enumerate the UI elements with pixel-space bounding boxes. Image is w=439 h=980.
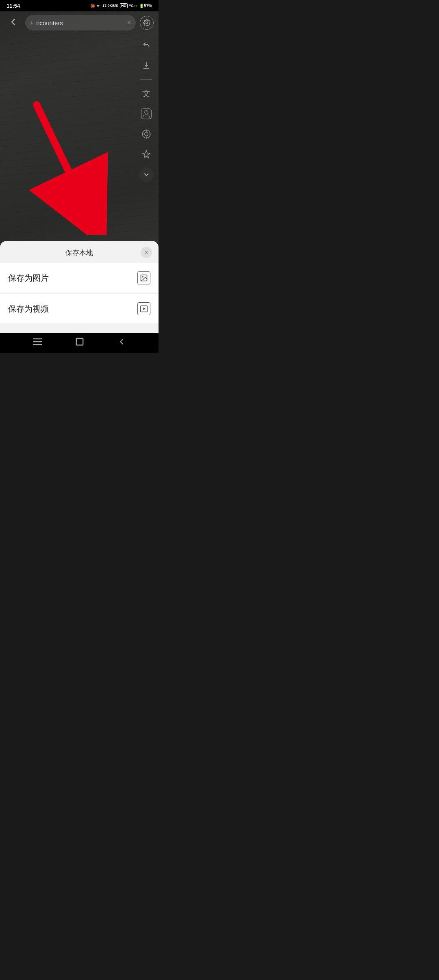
back-button[interactable] (5, 14, 21, 32)
svg-point-0 (146, 22, 148, 24)
close-icon: × (145, 249, 148, 256)
svg-point-4 (145, 132, 148, 136)
svg-point-8 (142, 276, 143, 278)
save-image-label: 保存为图片 (8, 273, 49, 284)
save-options-list: 保存为图片 保存为视频 (0, 263, 159, 327)
nav-home-button[interactable] (75, 337, 84, 349)
svg-rect-14 (76, 338, 83, 345)
mute-icon: 🔕 (90, 4, 95, 8)
signal-5g-icon: ⁵G↑↑ (129, 4, 137, 8)
top-toolbar: ♪ ncounters × (0, 11, 159, 34)
svg-point-2 (145, 111, 148, 114)
save-as-video-option[interactable]: 保存为视频 (0, 294, 159, 323)
settings-button[interactable] (140, 16, 154, 30)
translate-button[interactable]: 文 (139, 86, 154, 101)
battery-icon: 🔋57% (139, 4, 152, 8)
annotation-arrow (20, 93, 110, 236)
save-video-label: 保存为视频 (8, 304, 49, 314)
ai-button[interactable] (139, 127, 154, 141)
main-content: ♪ ncounters × 文 (0, 11, 159, 333)
nav-back-button[interactable] (117, 337, 126, 349)
speed-indicator: 17.0KB/S (102, 4, 118, 8)
status-icons: 🔕 ᯤ 17.0KB/S HD ⁵G↑↑ 🔋57% (90, 3, 152, 8)
search-bar[interactable]: ♪ ncounters × (25, 15, 136, 30)
hd-icon: HD (120, 3, 128, 8)
bottom-sheet-close-button[interactable]: × (141, 247, 152, 258)
share-button[interactable] (139, 38, 154, 52)
bluetooth-icon: ᯤ (97, 4, 101, 8)
navigation-bar (0, 333, 159, 353)
bottom-sheet-title: 保存本地 (65, 248, 93, 258)
right-toolbar: 文 (139, 38, 154, 182)
status-time: 11:54 (7, 3, 20, 9)
collapse-button[interactable] (139, 167, 154, 182)
bottom-sheet: 保存本地 × 保存为图片 保存为视频 (0, 241, 159, 333)
clear-search-icon[interactable]: × (127, 19, 131, 26)
svg-line-6 (37, 105, 87, 210)
image-icon (137, 271, 150, 284)
search-text: ncounters (36, 20, 124, 26)
music-icon: ♪ (30, 20, 33, 26)
bottom-sheet-header: 保存本地 × (0, 241, 159, 263)
avatar-button[interactable] (139, 106, 154, 121)
status-bar: 11:54 🔕 ᯤ 17.0KB/S HD ⁵G↑↑ 🔋57% (0, 0, 159, 11)
svg-marker-10 (143, 308, 146, 310)
divider (140, 79, 152, 80)
video-icon (137, 302, 150, 315)
nav-menu-button[interactable] (33, 338, 42, 348)
save-as-image-option[interactable]: 保存为图片 (0, 263, 159, 293)
sparkles-button[interactable] (139, 147, 154, 162)
download-button[interactable] (139, 58, 154, 73)
